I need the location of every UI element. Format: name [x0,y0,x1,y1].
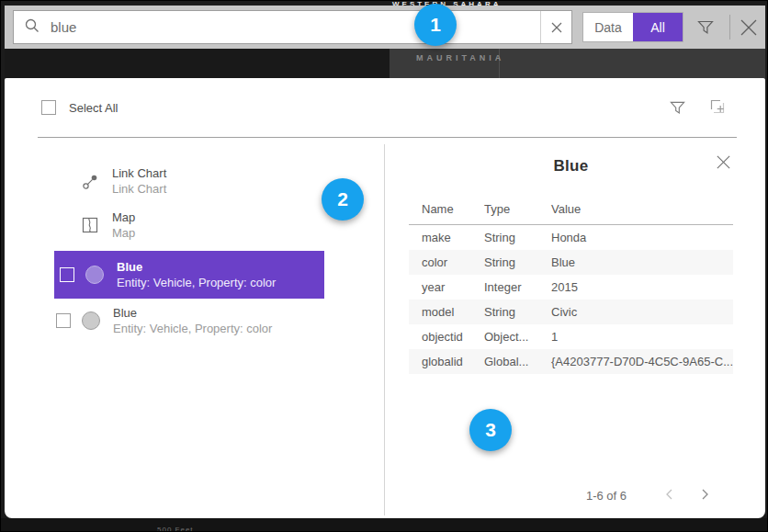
entity-circle-icon [80,311,102,330]
toolbar-divider [729,15,730,40]
result-title: Map [112,210,135,224]
result-title: Link Chart [112,166,166,180]
result-text: BlueEntity: Vehicle, Property: color [113,306,272,335]
scope-option-all[interactable]: All [633,13,683,41]
result-subtitle: Map [112,226,135,240]
search-box[interactable] [13,10,572,44]
app-window: WESTERN SAHARA MAURITANIA 500 Feet Data … [0,0,768,532]
result-subtitle: Entity: Vehicle, Property: color [113,322,272,335]
prop-type: Object... [471,324,538,349]
prop-value: Blue [538,250,733,275]
search-results-panel: Select All Link ChartLink ChartMapMapBlu… [5,78,765,518]
link-chart-icon [79,173,101,190]
pagination: 1-6 of 6 [409,487,733,504]
table-row[interactable]: makeStringHonda [409,225,733,251]
details-panel: Blue Name Type Value makeStringHondacolo… [385,138,765,518]
scope-option-data[interactable]: Data [583,13,633,41]
map-scale-label: 500 Feet [157,526,194,532]
list-item[interactable]: BlueEntity: Vehicle, Property: color [54,251,324,299]
prop-value: 2015 [538,275,733,300]
prop-value: {A4203777-D70D-4C5C-9A65-C... [538,349,733,374]
column-header-name: Name [409,195,471,225]
select-all-label: Select All [69,101,118,115]
result-checkbox[interactable] [60,267,74,282]
entity-circle-icon [84,266,106,284]
results-body: Link ChartLink ChartMapMapBlueEntity: Ve… [5,138,765,518]
filter-funnel-icon[interactable] [693,6,718,49]
table-row[interactable]: globalidGlobal...{A4203777-D70D-4C5C-9A6… [409,349,733,374]
details-header: Blue [409,138,733,195]
table-row[interactable]: objectidObject...1 [409,324,733,349]
prop-value: Civic [538,300,733,324]
results-header: Select All [5,78,765,137]
table-header-row: Name Type Value [409,195,733,225]
close-search-icon[interactable] [736,6,762,49]
chevron-right-icon[interactable] [687,487,722,504]
annotation-badge-1: 1 [414,4,457,46]
table-row[interactable]: yearInteger2015 [409,275,733,300]
search-input[interactable] [40,11,540,43]
properties-table: Name Type Value makeStringHondacolorStri… [409,195,733,374]
result-subtitle: Entity: Vehicle, Property: color [117,276,276,289]
result-text: MapMap [112,210,135,240]
chevron-left-icon[interactable] [652,487,687,504]
table-row[interactable]: modelStringCivic [409,300,733,324]
result-subtitle: Link Chart [112,182,166,196]
details-spacer [409,374,733,487]
map-icon [79,217,101,233]
result-text: BlueEntity: Vehicle, Property: color [117,260,276,289]
table-row[interactable]: colorStringBlue [409,250,733,275]
search-icon [25,18,40,37]
prop-name: color [409,250,471,275]
result-title: Blue [113,306,272,320]
details-close-icon[interactable] [716,154,731,174]
prop-name: objectid [409,324,471,349]
annotation-badge-3: 3 [469,409,512,451]
search-scope-toggle: Data All [582,12,683,42]
pagination-label: 1-6 of 6 [586,489,627,503]
result-checkbox[interactable] [56,313,71,328]
prop-type: Global... [471,349,538,374]
prop-name: make [409,225,471,251]
prop-value: 1 [538,324,733,349]
add-to-selection-icon[interactable] [708,78,728,137]
list-item[interactable]: BlueEntity: Vehicle, Property: color [5,302,384,339]
column-header-type: Type [471,195,538,225]
annotation-badge-2: 2 [322,178,364,221]
results-filter-funnel-icon[interactable] [669,78,686,137]
prop-type: Integer [471,275,538,300]
prop-value: Honda [538,225,733,251]
column-header-value: Value [538,195,733,225]
prop-type: String [471,300,538,324]
prop-name: year [409,275,471,300]
result-title: Blue [117,260,276,274]
map-background-bottom: 500 Feet [1,518,768,532]
map-landmass-shape [5,49,390,78]
search-clear-button[interactable] [540,11,571,43]
result-text: Link ChartLink Chart [112,166,166,196]
prop-name: model [409,300,471,324]
prop-name: globalid [409,349,471,374]
map-background: MAURITANIA [5,49,765,78]
map-country-label: MAURITANIA [416,53,504,62]
select-all-checkbox[interactable] [41,100,56,115]
details-title: Blue [553,157,588,175]
prop-type: String [471,225,538,251]
prop-type: String [471,250,538,275]
search-toolbar: Data All [5,6,765,49]
